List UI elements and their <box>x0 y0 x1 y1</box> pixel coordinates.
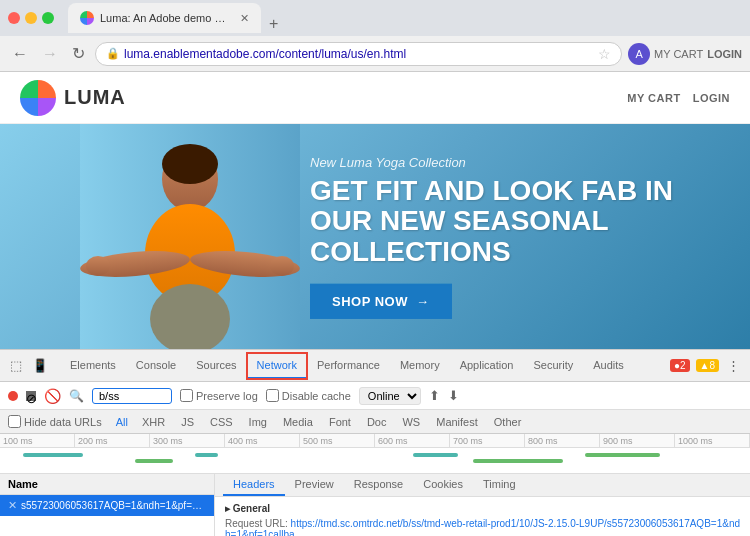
minimize-button[interactable] <box>25 12 37 24</box>
clear-button[interactable]: 🚫 <box>44 388 61 404</box>
timeline-ruler: 100 ms 200 ms 300 ms 400 ms 500 ms 600 m… <box>0 434 750 448</box>
type-ws[interactable]: WS <box>394 414 428 430</box>
disable-cache-checkbox[interactable] <box>266 389 279 402</box>
preserve-log-checkbox[interactable] <box>180 389 193 402</box>
detail-tab-timing[interactable]: Timing <box>473 474 526 496</box>
type-manifest[interactable]: Manifest <box>428 414 486 430</box>
devtools-tabs: Elements Console Sources Network Perform… <box>60 353 634 379</box>
forward-button[interactable]: → <box>38 43 62 65</box>
site-header: LUMA MY CART LOGIN <box>0 72 750 124</box>
tab-elements[interactable]: Elements <box>60 353 126 379</box>
mark-800: 800 ms <box>525 434 600 447</box>
preserve-log-label[interactable]: Preserve log <box>180 389 258 402</box>
mark-1000: 1000 ms <box>675 434 750 447</box>
more-options-icon[interactable]: ⋮ <box>725 356 742 375</box>
mark-600: 600 ms <box>375 434 450 447</box>
warn-badge: ▲8 <box>696 359 719 372</box>
tbar-5 <box>473 459 563 463</box>
logo-text: LUMA <box>64 86 126 109</box>
detail-tab-response[interactable]: Response <box>344 474 414 496</box>
tbar-3 <box>195 453 218 457</box>
tab-application[interactable]: Application <box>450 353 524 379</box>
close-button[interactable] <box>8 12 20 24</box>
type-font[interactable]: Font <box>321 414 359 430</box>
tab-sources[interactable]: Sources <box>186 353 246 379</box>
new-tab-button[interactable]: + <box>261 15 286 33</box>
type-xhr[interactable]: XHR <box>134 414 173 430</box>
tab-network[interactable]: Network <box>247 353 307 379</box>
tab-security[interactable]: Security <box>523 353 583 379</box>
network-type-tabs: Hide data URLs All XHR JS CSS Img Media … <box>0 410 750 434</box>
record-button[interactable] <box>8 391 18 401</box>
my-cart-label[interactable]: MY CART <box>654 48 703 60</box>
hide-data-urls-label[interactable]: Hide data URLs <box>8 415 102 428</box>
detail-panel: Headers Preview Response Cookies Timing … <box>215 474 750 536</box>
request-list-item[interactable]: ✕ s55723006053617AQB=1&ndh=1&pf=1&calli.… <box>0 495 214 516</box>
request-url-value: https://tmd.sc.omtrdc.net/b/ss/tmd-web-r… <box>225 518 740 536</box>
request-url-row: Request URL: https://tmd.sc.omtrdc.net/b… <box>225 518 740 536</box>
active-tab[interactable]: Luma: An Adobe demo brand ✕ <box>68 3 261 33</box>
tab-close-icon[interactable]: ✕ <box>240 12 249 25</box>
browser-window: Luma: An Adobe demo brand ✕ + ← → ↻ 🔒 lu… <box>0 0 750 536</box>
account-icon[interactable]: A <box>628 43 650 65</box>
stop-button[interactable]: ⊘ <box>26 391 36 401</box>
request-url-label: Request URL: <box>225 518 288 529</box>
bookmark-icon[interactable]: ☆ <box>598 46 611 62</box>
tab-favicon <box>80 11 94 25</box>
my-cart-button[interactable]: MY CART <box>627 92 680 104</box>
detail-tabs: Headers Preview Response Cookies Timing <box>215 474 750 497</box>
type-other[interactable]: Other <box>486 414 530 430</box>
timeline-bars <box>0 449 750 473</box>
throttle-select[interactable]: Online <box>359 387 421 405</box>
filter-input[interactable] <box>92 388 172 404</box>
header-actions: MY CART LOGIN <box>627 92 730 104</box>
download-icon: ⬇ <box>448 388 459 403</box>
error-badge: ●2 <box>670 359 690 372</box>
maximize-button[interactable] <box>42 12 54 24</box>
hero-person <box>80 124 300 349</box>
lock-icon: 🔒 <box>106 47 120 60</box>
request-item-close-icon[interactable]: ✕ <box>8 499 17 512</box>
general-section-title: ▸ General <box>225 503 740 514</box>
devtools-toolbar: ⬚ 📱 Elements Console Sources Network Per… <box>0 350 750 382</box>
tab-title: Luma: An Adobe demo brand <box>100 12 230 24</box>
url-text: luma.enablementadobe.com/content/luma/us… <box>124 47 594 61</box>
mark-200: 200 ms <box>75 434 150 447</box>
reload-button[interactable]: ↻ <box>68 42 89 65</box>
mark-400: 400 ms <box>225 434 300 447</box>
hide-data-urls-checkbox[interactable] <box>8 415 21 428</box>
type-img[interactable]: Img <box>241 414 275 430</box>
type-css[interactable]: CSS <box>202 414 241 430</box>
detail-tab-headers[interactable]: Headers <box>223 474 285 496</box>
type-js[interactable]: JS <box>173 414 202 430</box>
svg-point-9 <box>270 256 294 276</box>
type-all[interactable]: All <box>110 414 134 430</box>
tab-audits[interactable]: Audits <box>583 353 634 379</box>
hero-banner: New Luma Yoga Collection GET FIT AND LOO… <box>0 124 750 349</box>
shop-now-button[interactable]: SHOP NOW → <box>310 284 452 319</box>
tab-performance[interactable]: Performance <box>307 353 390 379</box>
detail-tab-cookies[interactable]: Cookies <box>413 474 473 496</box>
back-button[interactable]: ← <box>8 43 32 65</box>
logo-icon <box>20 80 56 116</box>
device-icon[interactable]: 📱 <box>30 356 50 375</box>
hero-title: GET FIT AND LOOK FAB IN OUR NEW SEASONAL… <box>310 175 710 267</box>
type-doc[interactable]: Doc <box>359 414 395 430</box>
login-label[interactable]: LOGIN <box>707 48 742 60</box>
login-button[interactable]: LOGIN <box>693 92 730 104</box>
tab-memory[interactable]: Memory <box>390 353 450 379</box>
inspect-icon[interactable]: ⬚ <box>8 356 24 375</box>
url-bar[interactable]: 🔒 luma.enablementadobe.com/content/luma/… <box>95 42 622 66</box>
tab-console[interactable]: Console <box>126 353 186 379</box>
request-item-name: s55723006053617AQB=1&ndh=1&pf=1&calli... <box>21 500 206 511</box>
request-list: Name ✕ s55723006053617AQB=1&ndh=1&pf=1&c… <box>0 474 215 536</box>
type-media[interactable]: Media <box>275 414 321 430</box>
svg-point-8 <box>86 256 110 276</box>
disable-cache-label[interactable]: Disable cache <box>266 389 351 402</box>
mark-700: 700 ms <box>450 434 525 447</box>
detail-tab-preview[interactable]: Preview <box>285 474 344 496</box>
request-panel: Name ✕ s55723006053617AQB=1&ndh=1&pf=1&c… <box>0 474 750 536</box>
devtools-panel: ⬚ 📱 Elements Console Sources Network Per… <box>0 349 750 536</box>
tab-bar: Luma: An Adobe demo brand ✕ + <box>60 3 742 33</box>
hero-content: New Luma Yoga Collection GET FIT AND LOO… <box>310 154 710 318</box>
